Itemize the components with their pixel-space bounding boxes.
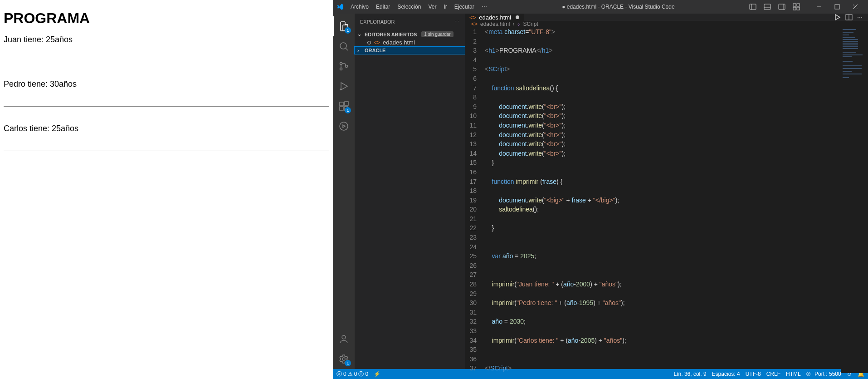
page-heading: PROGRAMA (4, 10, 329, 27)
breadcrumb-file: edades.html (480, 21, 510, 27)
svg-point-25 (342, 335, 346, 339)
chevron-right-icon: › (357, 48, 363, 53)
open-editor-item[interactable]: <> edades.html (355, 38, 465, 47)
explorer-icon[interactable]: 1 (333, 16, 355, 36)
line-numbers: 1234567891011121314151617181920212223242… (465, 27, 485, 373)
svg-line-15 (346, 48, 348, 50)
svg-point-16 (340, 63, 342, 65)
window-controls (810, 0, 864, 13)
svg-point-14 (340, 43, 346, 49)
run-icon[interactable] (834, 14, 841, 21)
symbol-icon: ⬨ (517, 21, 520, 27)
menu-ejecutar[interactable]: Ejecutar (451, 2, 478, 12)
tab-label: edades.html (479, 14, 511, 21)
svg-rect-2 (764, 4, 770, 10)
settings-icon[interactable]: 1 (333, 349, 355, 369)
svg-rect-7 (797, 4, 800, 6)
live-server-icon[interactable] (333, 116, 355, 136)
code-editor[interactable]: 1234567891011121314151617181920212223242… (465, 27, 868, 373)
unsaved-dot-icon (367, 41, 371, 44)
sidebar-more-icon[interactable]: ⋯ (454, 19, 459, 25)
search-icon[interactable] (333, 36, 355, 56)
tab-bar: <> edades.html ⋯ (465, 14, 868, 21)
svg-point-17 (340, 68, 342, 70)
info-icon: ⓘ (358, 370, 364, 378)
svg-rect-20 (340, 102, 343, 106)
sidebar-header: EXPLORADOR ⋯ (355, 14, 465, 30)
tab-edades[interactable]: <> edades.html (465, 14, 524, 21)
svg-rect-21 (340, 107, 343, 110)
folder-header[interactable]: › ORACLE (355, 47, 465, 54)
svg-point-19 (340, 89, 341, 90)
extensions-badge: 1 (345, 107, 351, 113)
broadcast-icon: ⚡ (374, 371, 380, 377)
menu-bar: Archivo Editar Selección Ver Ir Ejecutar… (347, 2, 490, 12)
svg-rect-4 (779, 4, 785, 10)
editor-group: <> edades.html ⋯ <> edades.html › ⬨ SCri… (465, 14, 868, 369)
explorer-badge: 1 (345, 27, 351, 34)
extensions-icon[interactable]: 1 (333, 96, 355, 116)
open-editors-header[interactable]: ⌄ EDITORES ABIERTOS 1 sin guardar (355, 30, 465, 38)
folder-name: ORACLE (365, 48, 385, 53)
open-editor-filename: edades.html (383, 39, 415, 46)
error-icon: ⓧ (336, 370, 342, 378)
menu-editar[interactable]: Editar (373, 2, 393, 12)
menu-ver[interactable]: Ver (425, 2, 439, 12)
browser-output: PROGRAMA Juan tiene: 25años Pedro tiene:… (0, 0, 333, 379)
open-editors-label: EDITORES ABIERTOS (365, 32, 417, 37)
toggle-panel-icon[interactable] (761, 0, 774, 13)
svg-point-26 (342, 358, 345, 360)
minimap[interactable] (841, 27, 868, 373)
accounts-icon[interactable] (333, 329, 355, 349)
svg-rect-9 (797, 7, 800, 10)
svg-rect-23 (345, 102, 348, 105)
vscode-logo-icon (336, 3, 344, 10)
sidebar-title: EXPLORADOR (360, 19, 395, 25)
split-editor-icon[interactable] (845, 14, 853, 21)
editor-more-icon[interactable]: ⋯ (857, 14, 863, 20)
titlebar: Archivo Editar Selección Ver Ir Ejecutar… (333, 0, 868, 14)
status-problems[interactable]: ⓧ0 ⚠0 ⓘ0 (336, 370, 368, 378)
toggle-primary-sidebar-icon[interactable] (746, 0, 759, 13)
maximize-button[interactable] (828, 0, 846, 13)
breadcrumb[interactable]: <> edades.html › ⬨ SCript (465, 21, 868, 27)
svg-rect-8 (793, 7, 796, 10)
output-line-2: Pedro tiene: 30años (4, 79, 77, 89)
chevron-down-icon: ⌄ (357, 31, 363, 37)
svg-rect-11 (835, 5, 839, 9)
svg-point-18 (346, 65, 348, 68)
output-line-3: Carlos tiene: 25años (4, 124, 78, 133)
breadcrumb-symbol: SCript (523, 21, 538, 27)
sidebar: EXPLORADOR ⋯ ⌄ EDITORES ABIERTOS 1 sin g… (355, 14, 465, 369)
source-control-icon[interactable] (333, 56, 355, 76)
output-line-1: Juan tiene: 25años (4, 35, 73, 44)
customize-layout-icon[interactable] (790, 0, 803, 13)
toggle-secondary-sidebar-icon[interactable] (775, 0, 788, 13)
html-file-icon: <> (469, 14, 476, 21)
html-file-icon: <> (471, 21, 478, 27)
status-live[interactable]: ⚡ (374, 371, 380, 377)
warning-icon: ⚠ (348, 371, 353, 377)
svg-rect-0 (750, 4, 756, 10)
activity-bar: 1 1 1 (333, 14, 355, 369)
breadcrumb-sep: › (512, 21, 514, 27)
svg-rect-6 (793, 4, 796, 6)
window-title: ● edades.html - ORACLE - Visual Studio C… (490, 4, 746, 10)
minimize-button[interactable] (810, 0, 828, 13)
html-file-icon: <> (374, 39, 380, 46)
close-button[interactable] (846, 0, 864, 13)
menu-ir[interactable]: Ir (440, 2, 450, 12)
run-debug-icon[interactable] (333, 76, 355, 96)
code-content[interactable]: <meta charset="UTF-8"> <h1>PROGRAMA</h1>… (485, 27, 841, 373)
svg-point-24 (340, 122, 348, 130)
unsaved-badge: 1 sin guardar (421, 31, 453, 37)
menu-seleccion[interactable]: Selección (394, 2, 424, 12)
vscode-window: Archivo Editar Selección Ver Ir Ejecutar… (333, 0, 868, 379)
menu-archivo[interactable]: Archivo (347, 2, 372, 12)
layout-controls (746, 0, 803, 13)
settings-badge: 1 (345, 360, 351, 366)
menu-overflow[interactable]: ⋯ (478, 2, 490, 12)
unsaved-dot-icon (516, 15, 519, 19)
